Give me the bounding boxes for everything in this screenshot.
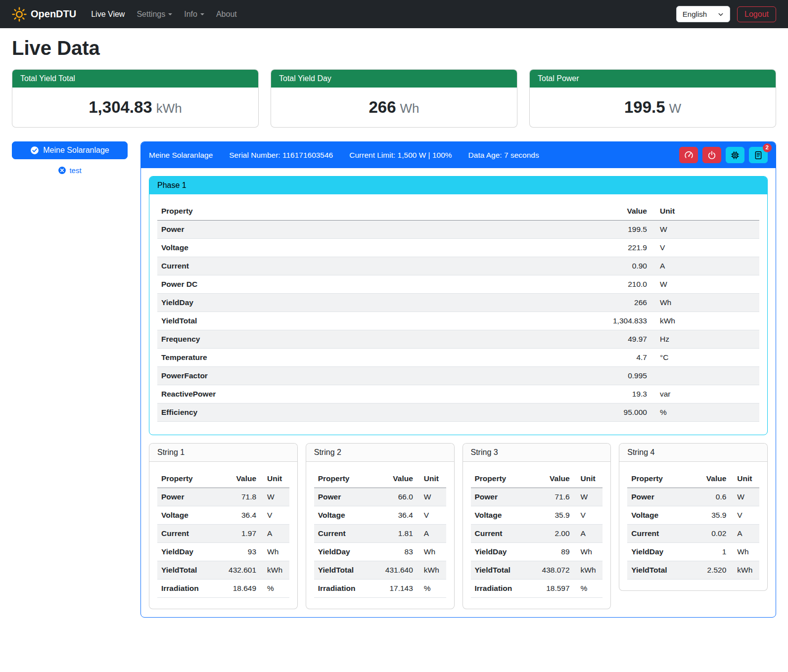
page-container: Live Data Total Yield Total 1,304.83kWh …	[0, 37, 788, 631]
table-header-row: PropertyValueUnit	[157, 202, 759, 221]
property-unit: Wh	[730, 543, 759, 561]
property-name: Irradiation	[314, 580, 375, 598]
property-unit: kWh	[260, 561, 289, 580]
column-header: Unit	[574, 470, 603, 488]
property-name: YieldTotal	[157, 561, 218, 580]
sidebar-test-item[interactable]: test	[12, 166, 128, 175]
property-value: 0.995	[573, 367, 651, 385]
inverter-panel-body: Phase 1 PropertyValueUnitPower199.5WVolt…	[141, 168, 776, 617]
summary-card-title: Total Yield Day	[271, 70, 517, 88]
property-name: Power	[314, 488, 375, 506]
table-row: YieldDay266Wh	[157, 294, 759, 312]
string-card: String 4PropertyValueUnitPower0.6WVoltag…	[619, 443, 768, 591]
property-unit: A	[574, 525, 603, 543]
property-unit: Wh	[651, 294, 759, 312]
property-name: Current	[157, 257, 573, 275]
string-table: PropertyValueUnitPower0.6WVoltage35.9VCu…	[627, 470, 759, 580]
summary-card-total-power: Total Power 199.5W	[529, 69, 776, 128]
string-card-body: PropertyValueUnitPower0.6WVoltage35.9VCu…	[619, 462, 767, 590]
property-unit	[651, 367, 759, 385]
property-unit: V	[574, 506, 603, 525]
property-value: 199.5	[573, 221, 651, 239]
property-unit: W	[417, 488, 446, 506]
table-row: YieldDay1Wh	[627, 543, 759, 561]
language-value: English	[683, 10, 707, 18]
property-unit: V	[417, 506, 446, 525]
property-value: 1,304.833	[573, 312, 651, 330]
string-table: PropertyValueUnitPower71.6WVoltage35.9VC…	[471, 470, 603, 598]
property-unit: A	[260, 525, 289, 543]
summary-card-total-yield-total: Total Yield Total 1,304.83kWh	[12, 69, 259, 128]
table-row: Power199.5W	[157, 221, 759, 239]
nav-settings[interactable]: Settings	[131, 6, 178, 23]
power-icon	[707, 151, 716, 160]
event-count-badge: 2	[763, 143, 772, 152]
property-value: 266	[573, 294, 651, 312]
column-header: Unit	[417, 470, 446, 488]
nav-live-view[interactable]: Live View	[85, 6, 131, 23]
property-name: Power	[157, 221, 573, 239]
property-name: Irradiation	[157, 580, 218, 598]
table-row: Temperature4.7°C	[157, 349, 759, 367]
nav-about[interactable]: About	[210, 6, 243, 23]
table-row: Irradiation18.597%	[471, 580, 603, 598]
property-value: 35.9	[531, 506, 573, 525]
logout-button[interactable]: Logout	[737, 6, 776, 22]
property-name: YieldDay	[471, 543, 532, 561]
summary-card-total-yield-day: Total Yield Day 266Wh	[271, 69, 517, 128]
limit-gauge-button[interactable]	[679, 147, 698, 163]
property-unit: W	[651, 275, 759, 294]
table-header-row: PropertyValueUnit	[471, 470, 603, 488]
property-name: YieldTotal	[314, 561, 375, 580]
property-name: Power	[627, 488, 688, 506]
string-table: PropertyValueUnitPower71.8WVoltage36.4VC…	[157, 470, 289, 598]
summary-card-body: 1,304.83kWh	[12, 88, 258, 127]
nav-info-label: Info	[184, 10, 197, 19]
string-card-body: PropertyValueUnitPower66.0WVoltage36.4VC…	[306, 462, 454, 609]
nav-info[interactable]: Info	[178, 6, 210, 23]
table-row: ReactivePower19.3var	[157, 385, 759, 403]
property-name: Power	[471, 488, 532, 506]
table-row: Current1.97A	[157, 525, 289, 543]
string-table: PropertyValueUnitPower66.0WVoltage36.4VC…	[314, 470, 446, 598]
inverter-sidebar: Meine Solaranlage test	[12, 141, 128, 175]
event-log-button[interactable]: 2	[749, 147, 768, 163]
property-name: Voltage	[314, 506, 375, 525]
brand-name: OpenDTU	[31, 8, 76, 20]
table-header-row: PropertyValueUnit	[314, 470, 446, 488]
string-card-body: PropertyValueUnitPower71.8WVoltage36.4VC…	[149, 462, 297, 609]
property-name: Voltage	[627, 506, 688, 525]
property-name: YieldTotal	[471, 561, 532, 580]
column-header: Property	[157, 470, 218, 488]
table-row: Power66.0W	[314, 488, 446, 506]
property-unit: °C	[651, 349, 759, 367]
table-row: YieldTotal431.640kWh	[314, 561, 446, 580]
string-card-body: PropertyValueUnitPower71.6WVoltage35.9VC…	[463, 462, 611, 609]
sidebar-inverter-button[interactable]: Meine Solaranlage	[12, 141, 128, 159]
property-unit: %	[651, 403, 759, 422]
table-row: Power DC210.0W	[157, 275, 759, 294]
property-value: 4.7	[573, 349, 651, 367]
property-value: 83	[374, 543, 417, 561]
table-header-row: PropertyValueUnit	[157, 470, 289, 488]
power-button[interactable]	[702, 147, 721, 163]
property-value: 93	[218, 543, 260, 561]
device-chip-button[interactable]	[726, 147, 744, 163]
language-select[interactable]: English	[676, 6, 730, 22]
summary-unit: W	[669, 101, 682, 116]
property-unit: %	[574, 580, 603, 598]
brand-logo[interactable]: OpenDTU	[12, 7, 76, 22]
x-circle-icon	[58, 166, 66, 175]
property-name: ReactivePower	[157, 385, 573, 403]
inverter-action-buttons: 2	[679, 147, 768, 163]
table-row: YieldDay83Wh	[314, 543, 446, 561]
property-value: 2.00	[531, 525, 573, 543]
phase-card-title: Phase 1	[149, 177, 767, 194]
inverter-panel-header: Meine Solaranlage Serial Number: 1161716…	[141, 142, 776, 168]
property-unit: Wh	[417, 543, 446, 561]
property-name: PowerFactor	[157, 367, 573, 385]
top-navbar: OpenDTU Live View Settings Info About En…	[0, 0, 788, 28]
property-name: Current	[627, 525, 688, 543]
property-unit: A	[417, 525, 446, 543]
summary-unit: kWh	[156, 101, 182, 116]
